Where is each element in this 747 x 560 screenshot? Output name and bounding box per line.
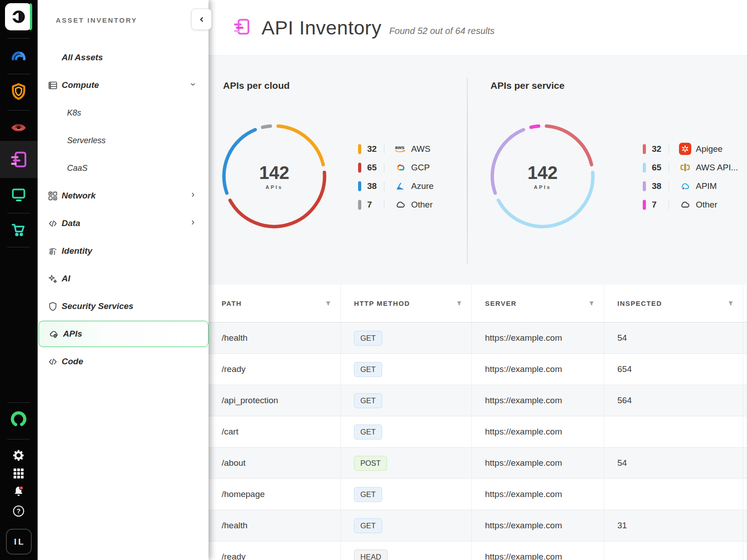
method-cell: GET (341, 323, 472, 353)
method-cell: GET (341, 510, 472, 541)
server-cell: https://example.com (472, 385, 604, 416)
sidebar-item-serverless[interactable]: Serverless (38, 127, 209, 154)
legend-divider (669, 200, 669, 209)
legend-color-pill (643, 200, 646, 210)
eye-red-icon (10, 119, 28, 137)
path-cell: /ready (209, 354, 341, 385)
sidebar-item-k8s[interactable]: K8s (38, 99, 209, 126)
legend-item-gcp: 65 GCP (358, 158, 434, 177)
server-cell: https://example.com (472, 416, 604, 447)
legend-label: AWS (411, 144, 431, 154)
legend-label: GCP (411, 163, 430, 173)
sidebar-item-caas[interactable]: CaaS (38, 154, 209, 182)
apis-per-cloud-chart: APIs per cloud 142 APIs 32 (209, 56, 467, 285)
notifications-button[interactable] (8, 481, 29, 502)
sidebar-item-compute[interactable]: Compute (38, 72, 209, 99)
spacer-cell (743, 416, 747, 447)
bell-icon (12, 485, 25, 498)
column-header-http-method[interactable]: HTTP METHOD (341, 285, 472, 322)
filter-icon[interactable] (456, 300, 462, 307)
monitoring-nav-icon[interactable] (8, 45, 29, 66)
sidebar-item-identity[interactable]: Identity (38, 237, 209, 265)
sidebar-item-all-assets[interactable]: All Assets (38, 44, 209, 71)
spacer-cell (743, 541, 747, 560)
filter-icon[interactable] (325, 300, 331, 307)
donut-rings (488, 122, 597, 231)
aws-icon: aws (393, 142, 407, 156)
inspected-cell (604, 541, 743, 560)
legend-divider (384, 182, 384, 191)
column-header-inspected[interactable]: INSPECTED (604, 285, 743, 322)
grid-icon (12, 467, 25, 480)
sidebar-item-label: K8s (67, 108, 81, 118)
shield-icon (47, 300, 58, 312)
table-row[interactable]: /about POST https://example.com 54 (209, 448, 747, 479)
table-row[interactable]: /health GET https://example.com 54 (209, 323, 747, 354)
table-row[interactable]: /ready GET https://example.com 654 (209, 354, 747, 385)
table-row[interactable]: /health GET https://example.com 31 (209, 510, 747, 541)
legend-label: Apigee (696, 144, 723, 154)
path-cell: /about (209, 448, 341, 478)
security-nav-icon[interactable] (8, 81, 29, 102)
endpoints-nav-icon[interactable] (8, 184, 29, 205)
sidebar-item-code[interactable]: Code (38, 348, 209, 375)
table-row[interactable]: /homepage GET https://example.com (209, 479, 747, 510)
chevron-down-icon[interactable] (189, 81, 197, 90)
sidebar-item-security-services[interactable]: Security Services (38, 293, 209, 320)
sidebar-item-label: Data (62, 218, 80, 228)
column-header-path[interactable]: PATH (209, 285, 341, 322)
platform-status-icon[interactable] (8, 409, 29, 430)
api-document-icon (10, 150, 28, 169)
legend-divider (669, 163, 669, 172)
sparkles-icon (47, 273, 58, 285)
tenant-badge[interactable]: IL (6, 529, 32, 555)
legend-color-pill (643, 144, 646, 154)
sidebar-title: ASSET INVENTORY (56, 16, 137, 24)
sidebar-item-ai[interactable]: AI (38, 265, 209, 292)
legend-item-azure: 38 Azure (358, 177, 434, 195)
sidebar-item-data[interactable]: Data (38, 210, 209, 237)
question-icon: ? (12, 504, 25, 518)
marketplace-nav-icon[interactable] (8, 219, 29, 240)
inspected-cell: 654 (604, 354, 743, 385)
sidebar-item-apis[interactable]: APIs (39, 321, 209, 347)
sidebar-item-network[interactable]: Network (38, 182, 209, 209)
visibility-nav-icon[interactable] (8, 117, 29, 138)
column-header-spacer (743, 285, 747, 322)
apigee-icon (678, 142, 692, 156)
legend-color-pill (358, 200, 361, 210)
monitor-teal-icon (10, 186, 27, 203)
legend-item-aws: 32 aws AWS (358, 140, 434, 158)
code-brackets-icon (47, 356, 58, 367)
method-badge: GET (354, 487, 382, 502)
filter-icon[interactable] (728, 300, 734, 307)
table-row[interactable]: /cart GET https://example.com (209, 416, 747, 448)
server-cell: https://example.com (472, 323, 604, 353)
legend-color-pill (643, 181, 646, 191)
legend-divider (384, 163, 384, 172)
table-row[interactable]: /ready HEAD https://example.com (209, 541, 747, 560)
method-cell: GET (341, 385, 472, 416)
api-inventory-nav-icon[interactable] (8, 149, 29, 170)
method-badge: GET (354, 331, 382, 346)
company-logo[interactable] (5, 3, 32, 30)
legend-value: 32 (367, 144, 384, 154)
column-label: HTTP METHOD (354, 299, 410, 307)
cloud-icon (678, 198, 692, 212)
help-button[interactable]: ? (8, 501, 29, 521)
asset-inventory-sidebar: ASSET INVENTORY All Assets Compute K8s S… (38, 0, 209, 560)
filter-icon[interactable] (588, 300, 595, 307)
cloud-icon (393, 198, 407, 212)
page-header: API Inventory Found 52 out of 64 results (209, 0, 747, 55)
chart-title: APIs per cloud (223, 80, 290, 91)
table-row[interactable]: /api_protection GET https://example.com … (209, 385, 747, 416)
sidebar-collapse-button[interactable] (191, 9, 212, 30)
column-header-server[interactable]: SERVER (472, 285, 604, 322)
chevron-right-icon[interactable] (189, 191, 197, 201)
green-ring-icon (10, 410, 28, 428)
chevron-right-icon[interactable] (189, 219, 197, 228)
legend-divider (384, 145, 384, 154)
column-label: INSPECTED (617, 299, 662, 307)
legend-value: 38 (652, 181, 669, 191)
method-badge: POST (354, 456, 387, 471)
